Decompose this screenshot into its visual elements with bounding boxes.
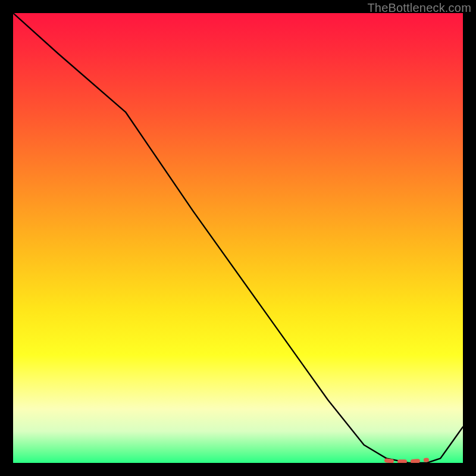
chart-stage: TheBottleneck.com [0, 0, 476, 476]
optimal-range-marker [13, 13, 463, 463]
watermark-text: TheBottleneck.com [367, 1, 471, 15]
